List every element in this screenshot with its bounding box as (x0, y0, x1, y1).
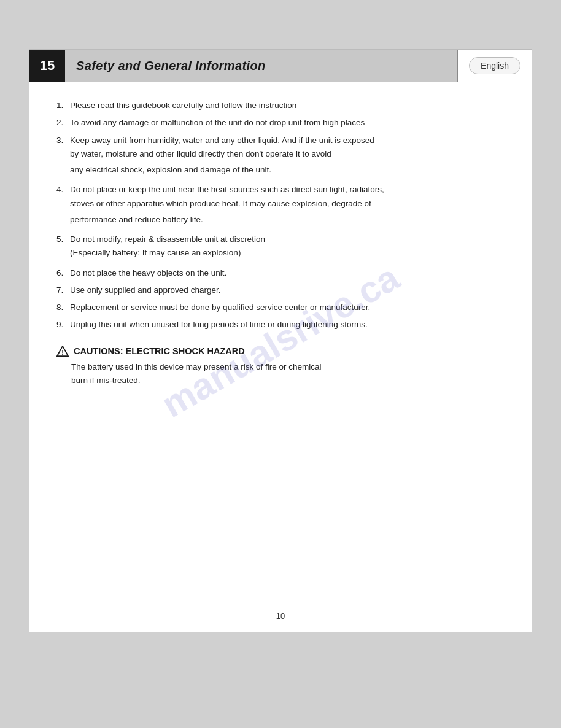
item-number: 1. (56, 99, 70, 112)
item-number: 5. (56, 233, 70, 246)
list-item: 7. Use only supplied and approved charge… (56, 284, 505, 297)
item-continuation: by water, moisture and other liquid dire… (56, 147, 331, 161)
caution-title: ! CAUTIONS: ELECTRIC SHOCK HAZARD (56, 346, 505, 357)
list-item: 2. To avoid any damage or malfunction of… (56, 116, 505, 130)
item-text: Do not place the heavy objects on the un… (70, 266, 505, 280)
content-area: 1. Please read this guidebook carefully … (29, 82, 532, 605)
item-text: Please read this guidebook carefully and… (70, 99, 505, 112)
list-item: 5. Do not modify, repair & disassemble u… (56, 233, 505, 263)
list-item: 9. Unplug this unit when unused for long… (56, 318, 505, 331)
page-title: Safety and General Information (76, 59, 266, 73)
list-item: 4. Do not place or keep the unit near th… (56, 183, 505, 229)
chapter-number: 15 (40, 58, 55, 74)
item-text: To avoid any damage or malfunction of th… (70, 116, 505, 130)
item-text: Unplug this unit when unused for long pe… (70, 318, 505, 331)
item-text: Do not modify, repair & disassemble unit… (70, 233, 265, 246)
item-number: 9. (56, 318, 70, 331)
caution-line1: The battery used in this device may pres… (71, 360, 505, 374)
page-footer: 10 (29, 605, 532, 632)
footer-page-number: 10 (276, 611, 285, 621)
page-wrapper: manualsrive.ca 15 Safety and General Inf… (0, 0, 561, 728)
item-number: 6. (56, 266, 70, 280)
list-item: 3. Keep away unit from humidity, water a… (56, 134, 505, 180)
document-page: manualsrive.ca 15 Safety and General Inf… (29, 49, 532, 632)
item-text: Do not place or keep the unit near the h… (70, 183, 384, 196)
header-bar: 15 Safety and General Information Englis… (29, 50, 532, 82)
safety-list: 1. Please read this guidebook carefully … (56, 99, 505, 332)
item-continuation: (Especially battery: It may cause an exp… (56, 246, 241, 260)
title-box: Safety and General Information (65, 50, 458, 82)
caution-title-text: CAUTIONS: ELECTRIC SHOCK HAZARD (74, 346, 245, 356)
item-number: 8. (56, 301, 70, 314)
item-number: 2. (56, 116, 70, 130)
item-number: 4. (56, 183, 70, 196)
list-item: 8. Replacement or service must be done b… (56, 301, 505, 314)
caution-line2: burn if mis-treated. (71, 374, 505, 387)
item-text: Use only supplied and approved charger. (70, 284, 505, 297)
item-continuation: any electrical shock, explosion and dama… (56, 163, 271, 177)
caution-section: ! CAUTIONS: ELECTRIC SHOCK HAZARD The ba… (56, 346, 505, 388)
item-number: 3. (56, 134, 70, 147)
list-item: 1. Please read this guidebook carefully … (56, 99, 505, 112)
language-badge: English (458, 50, 532, 82)
item-text: Keep away unit from humidity, water and … (70, 134, 374, 147)
caution-text: The battery used in this device may pres… (56, 360, 505, 388)
item-continuation: stoves or other apparatus which produce … (56, 197, 371, 211)
page-number-box: 15 (29, 50, 65, 82)
item-number: 7. (56, 284, 70, 297)
warning-icon: ! (56, 346, 69, 357)
item-text: Replacement or service must be done by q… (70, 301, 505, 314)
list-item: 6. Do not place the heavy objects on the… (56, 266, 505, 280)
svg-text:!: ! (61, 349, 64, 356)
item-continuation: performance and reduce battery life. (56, 213, 203, 227)
language-label: English (469, 57, 520, 74)
